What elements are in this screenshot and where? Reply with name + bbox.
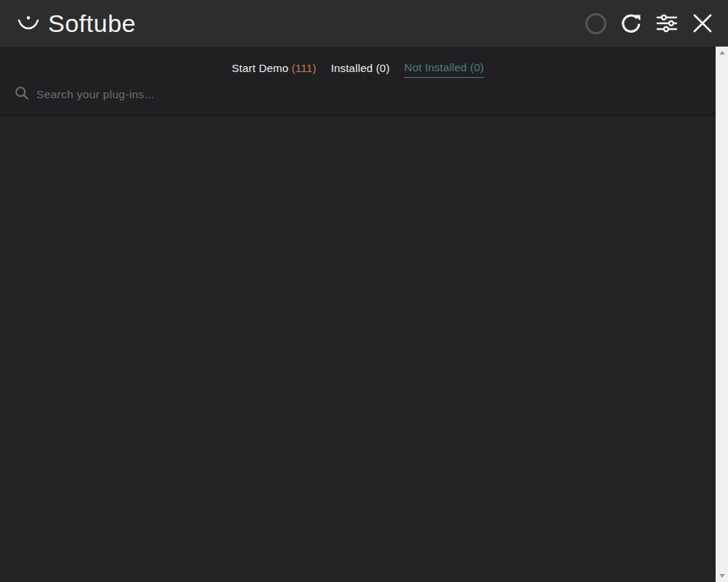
logo-text: Softube	[48, 11, 136, 36]
refresh-icon[interactable]	[619, 11, 644, 36]
title-bar: Softube	[0, 0, 728, 47]
topbar-actions	[583, 11, 715, 36]
tab-not-installed-label: Not Installed	[404, 61, 470, 73]
search-bar	[15, 86, 701, 103]
filter-sliders-icon[interactable]	[654, 11, 679, 36]
filter-tabs: Start Demo (111) Installed (0) Not Insta…	[0, 60, 716, 78]
tab-installed-label: Installed	[331, 62, 376, 74]
header-section: Start Demo (111) Installed (0) Not Insta…	[0, 47, 716, 113]
status-circle-icon[interactable]	[583, 11, 608, 36]
search-icon	[15, 86, 29, 103]
tab-installed[interactable]: Installed (0)	[331, 60, 389, 78]
softube-logo: Softube	[15, 10, 136, 36]
scroll-up-icon[interactable]	[716, 47, 728, 59]
tab-installed-count: (0)	[376, 62, 389, 74]
scroll-down-icon[interactable]	[716, 570, 728, 582]
search-input[interactable]	[36, 88, 473, 101]
plugin-list-area	[0, 113, 716, 582]
plugin-manager-window: Softube	[0, 0, 728, 582]
vertical-scrollbar[interactable]	[716, 47, 728, 582]
tab-not-installed[interactable]: Not Installed (0)	[404, 60, 483, 78]
smiley-logo-icon	[15, 10, 44, 36]
tab-start-demo-count: (111)	[292, 62, 317, 74]
tab-start-demo-label: Start Demo	[232, 62, 291, 74]
tab-start-demo[interactable]: Start Demo (111)	[232, 60, 316, 78]
close-icon[interactable]	[690, 11, 715, 36]
tab-not-installed-count: (0)	[470, 61, 484, 73]
